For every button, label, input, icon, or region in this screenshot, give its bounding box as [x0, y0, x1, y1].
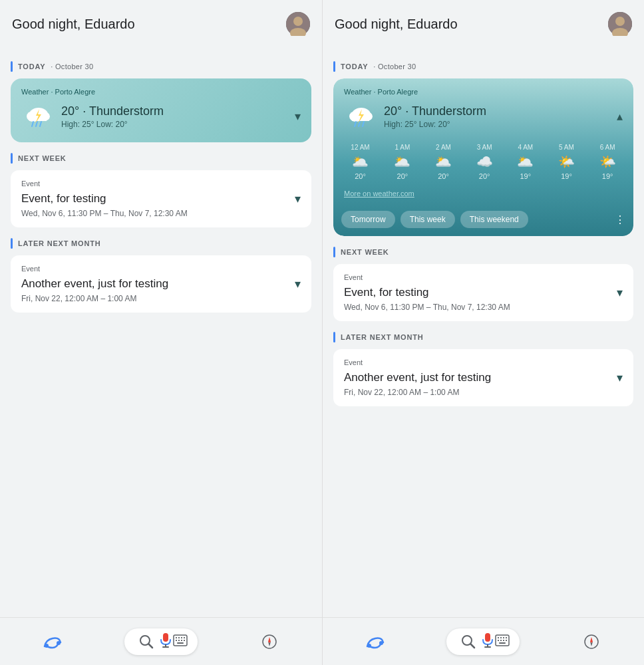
svg-rect-46	[485, 633, 490, 642]
hour-temp: 20°	[479, 172, 490, 180]
right-event-chevron-1[interactable]: ▾	[617, 285, 623, 300]
left-header: Good night, Eduardo	[0, 0, 322, 44]
hour-temp: 19°	[520, 172, 531, 180]
hourly-item: 12 AM 🌥️ 20°	[351, 144, 369, 180]
left-event-type-2: Event	[21, 265, 301, 273]
left-event-title-row-1: Event, for testing ▾	[21, 192, 301, 206]
svg-rect-57	[506, 640, 507, 641]
right-avatar[interactable]	[608, 12, 632, 36]
right-event-title-row-2: Another event, just for testing ▾	[344, 370, 623, 385]
hourly-item: 2 AM 🌥️ 20°	[435, 144, 452, 180]
right-weather-condition: Thunderstorm	[412, 104, 486, 118]
svg-rect-27	[177, 642, 184, 644]
left-event-chevron-1[interactable]: ▾	[295, 192, 301, 206]
hour-temp: 20°	[355, 172, 366, 180]
svg-rect-53	[506, 637, 507, 638]
left-event-card-1[interactable]: Event Event, for testing ▾ Wed, Nov 6, 1…	[11, 170, 311, 227]
left-mic-icon[interactable]	[160, 632, 172, 651]
right-keyboard-icon[interactable]	[495, 634, 510, 649]
hour-temp: 20°	[438, 172, 449, 180]
right-event-card-1[interactable]: Event Event, for testing ▾ Wed, Nov 6, 1…	[333, 264, 633, 321]
right-event-time-1: Wed, Nov 6, 11:30 PM – Thu, Nov 7, 12:30…	[344, 303, 623, 312]
right-event-title-row-1: Event, for testing ▾	[344, 285, 623, 300]
right-bottom-bar	[323, 617, 644, 665]
hourly-item: 6 AM 🌤️ 19°	[599, 144, 616, 180]
hour-icon: ☁️	[476, 154, 493, 170]
left-weather-collapsed: Weather · Porto Alegre	[11, 78, 311, 142]
hourly-item: 3 AM ☁️ 20°	[476, 144, 493, 180]
left-lens-icon[interactable]	[134, 630, 158, 654]
right-today-title: TODAY	[341, 63, 368, 70]
left-later-label: LATER NEXT MONTH	[11, 238, 311, 249]
svg-point-32	[615, 17, 625, 26]
left-assistant-icon[interactable]	[41, 630, 65, 654]
right-weather-source: Weather · Porto Alegre	[344, 88, 623, 96]
hour-icon: 🌥️	[517, 154, 534, 170]
svg-rect-50	[498, 637, 499, 638]
left-weather-sep: ·	[82, 104, 89, 118]
hour-icon: 🌥️	[394, 154, 410, 170]
left-next-week-bar	[11, 153, 13, 164]
right-next-week-label: NEXT WEEK	[333, 247, 633, 257]
right-weather-more: More on weather.com	[333, 183, 633, 205]
left-greeting: Good night, Eduardo	[12, 17, 135, 32]
left-event-type-1: Event	[21, 180, 301, 188]
svg-line-7	[32, 122, 33, 126]
right-weather-card[interactable]: Weather · Porto Alegre	[333, 78, 633, 236]
right-event-card-2[interactable]: Event Another event, just for testing ▾ …	[333, 349, 633, 406]
right-compass-icon[interactable]	[579, 630, 603, 654]
svg-rect-51	[500, 637, 502, 638]
right-event-time-2: Fri, Nov 22, 12:00 AM – 1:00 AM	[344, 388, 623, 397]
hour-icon: 🌤️	[558, 154, 575, 170]
weather-btn-2[interactable]: This weekend	[460, 211, 528, 228]
left-compass-icon[interactable]	[257, 630, 281, 654]
hourly-item: 4 AM 🌥️ 19°	[517, 144, 534, 180]
right-later-bar	[333, 332, 335, 342]
hourly-item: 5 AM 🌤️ 19°	[558, 144, 575, 180]
hour-temp: 20°	[397, 172, 408, 180]
hour-label: 2 AM	[436, 144, 451, 151]
right-weather-chevron[interactable]: ▴	[617, 109, 623, 124]
right-event-type-2: Event	[344, 358, 623, 366]
right-next-week-title: NEXT WEEK	[341, 248, 389, 256]
left-event-chevron-2[interactable]: ▾	[295, 277, 301, 291]
svg-point-1	[293, 17, 303, 26]
left-event-title-2: Another event, just for testing	[21, 277, 168, 291]
right-later-title: LATER NEXT MONTH	[341, 333, 423, 341]
left-keyboard-icon[interactable]	[173, 634, 188, 649]
left-avatar[interactable]	[286, 12, 310, 36]
left-event-title-1: Event, for testing	[21, 192, 106, 205]
right-weather-top: Weather · Porto Alegre	[333, 78, 633, 138]
right-mic-icon[interactable]	[482, 632, 494, 651]
hour-icon: 🌥️	[352, 154, 369, 170]
left-weather-condition: Thunderstorm	[89, 104, 164, 118]
weather-btn-0[interactable]: Tomorrow	[341, 211, 395, 228]
left-next-week-label: NEXT WEEK	[11, 153, 311, 164]
left-weather-card[interactable]: Weather · Porto Alegre	[11, 78, 311, 142]
left-later-bar	[11, 238, 13, 249]
svg-rect-15	[163, 633, 168, 642]
svg-rect-19	[176, 637, 177, 638]
weather-more-dots[interactable]: ⋮	[615, 213, 625, 226]
left-weather-chevron[interactable]: ▾	[295, 109, 301, 124]
left-weather-info: 20° · Thunderstorm High: 25° Low: 20°	[61, 104, 288, 129]
left-bottom-bar	[0, 617, 322, 665]
right-assistant-icon[interactable]	[363, 630, 387, 654]
right-event-chevron-2[interactable]: ▾	[617, 370, 623, 385]
hourly-item: 1 AM 🌥️ 20°	[394, 144, 410, 180]
right-mic-button[interactable]	[446, 628, 520, 655]
right-weather-temp-condition: 20° · Thunderstorm	[384, 104, 610, 118]
hour-icon: 🌥️	[435, 154, 452, 170]
svg-rect-58	[499, 642, 506, 644]
left-mic-button[interactable]	[124, 628, 198, 655]
svg-line-9	[40, 122, 41, 126]
hour-label: 5 AM	[559, 144, 574, 151]
right-weather-more-link[interactable]: More on weather.com	[344, 190, 414, 198]
left-event-card-2[interactable]: Event Another event, just for testing ▾ …	[11, 255, 311, 313]
right-lens-icon[interactable]	[456, 630, 480, 654]
hour-label: 12 AM	[351, 144, 369, 151]
right-event-type-1: Event	[344, 273, 623, 281]
weather-btn-1[interactable]: This week	[401, 211, 455, 228]
right-content: TODAY · October 30 Weather · Porto Alegr…	[323, 44, 644, 665]
left-today-title: TODAY	[18, 63, 45, 70]
